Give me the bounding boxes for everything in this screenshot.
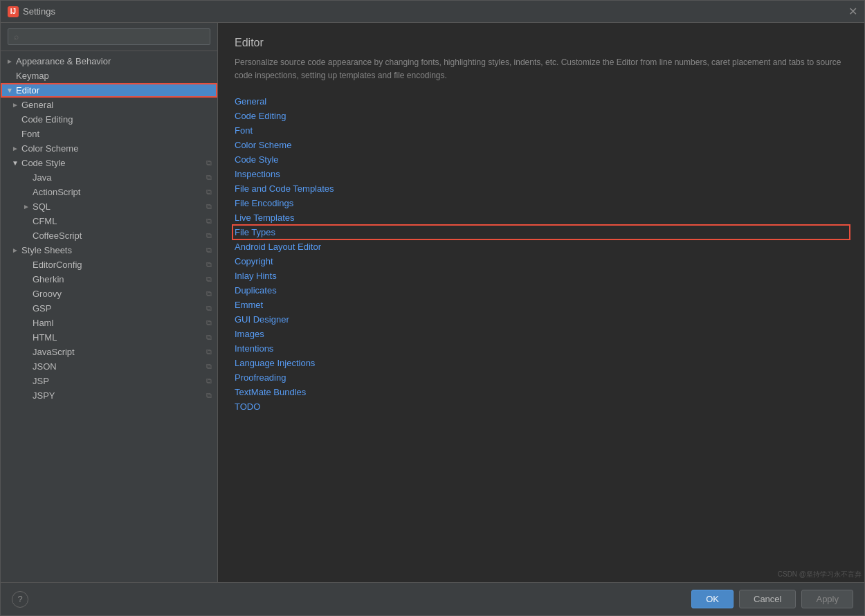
- copy-icon: ⧉: [206, 188, 212, 197]
- expand-arrow: [23, 305, 33, 312]
- sidebar-item-label: General: [21, 100, 212, 110]
- expand-arrow: ►: [12, 145, 21, 152]
- expand-arrow: ►: [23, 203, 33, 210]
- ok-button[interactable]: OK: [691, 590, 734, 608]
- settings-dialog: IJ Settings ✕ ► Appearance & Behavior Ke…: [0, 0, 865, 616]
- cancel-button[interactable]: Cancel: [739, 590, 796, 608]
- link-file-encodings[interactable]: File Encodings: [235, 198, 848, 208]
- sidebar-item-cfml[interactable]: CFML ⧉: [1, 214, 217, 228]
- expand-arrow: [23, 217, 33, 225]
- sidebar-item-label: GSP: [33, 303, 203, 314]
- sidebar-item-label: ActionScript: [33, 187, 203, 197]
- link-intentions[interactable]: Intentions: [235, 343, 848, 354]
- sidebar-item-color-scheme[interactable]: ► Color Scheme: [1, 141, 217, 156]
- settings-tree: ► Appearance & Behavior Keymap ▼ Editor …: [1, 51, 217, 582]
- sidebar-item-label: EditorConfig: [33, 260, 203, 270]
- sidebar-item-haml[interactable]: Haml ⧉: [1, 316, 217, 330]
- link-copyright[interactable]: Copyright: [235, 256, 848, 266]
- sidebar-item-jsp[interactable]: JSP ⧉: [1, 374, 217, 388]
- link-color-scheme[interactable]: Color Scheme: [235, 140, 848, 150]
- apply-button[interactable]: Apply: [801, 590, 853, 608]
- sidebar-item-gherkin[interactable]: Gherkin ⧉: [1, 272, 217, 287]
- sidebar-item-appearance[interactable]: ► Appearance & Behavior: [1, 54, 217, 69]
- copy-icon: ⧉: [206, 275, 212, 284]
- link-language-injections[interactable]: Language Injections: [235, 358, 848, 368]
- sidebar-item-coffeescript[interactable]: CoffeeScript ⧉: [1, 228, 217, 243]
- link-textmate-bundles[interactable]: TextMate Bundles: [235, 387, 848, 397]
- sidebar-item-font[interactable]: Font: [1, 127, 217, 141]
- sidebar-item-jspy[interactable]: JSPY ⧉: [1, 388, 217, 403]
- sidebar-item-label: HTML: [33, 332, 203, 343]
- link-gui-designer[interactable]: GUI Designer: [235, 314, 848, 325]
- link-file-types[interactable]: File Types: [235, 227, 848, 237]
- sidebar-item-label: SQL: [33, 201, 203, 212]
- section-description: Personalize source code appearance by ch…: [235, 56, 848, 82]
- link-font[interactable]: Font: [235, 125, 848, 136]
- link-file-and-code-templates[interactable]: File and Code Templates: [235, 183, 848, 194]
- copy-icon: ⧉: [206, 246, 212, 255]
- sidebar-item-gsp[interactable]: GSP ⧉: [1, 301, 217, 316]
- sidebar-item-sql[interactable]: ► SQL ⧉: [1, 199, 217, 214]
- link-inlay-hints[interactable]: Inlay Hints: [235, 271, 848, 281]
- help-button[interactable]: ?: [12, 591, 28, 608]
- sidebar-item-label: Appearance & Behavior: [16, 56, 212, 66]
- expand-arrow: [23, 232, 33, 239]
- expand-arrow: [6, 72, 16, 80]
- link-general[interactable]: General: [235, 96, 848, 107]
- sidebar-item-html[interactable]: HTML ⧉: [1, 330, 217, 345]
- sidebar-item-javascript[interactable]: JavaScript ⧉: [1, 345, 217, 359]
- link-code-editing[interactable]: Code Editing: [235, 111, 848, 121]
- copy-icon: ⧉: [206, 333, 212, 342]
- sidebar-item-style-sheets[interactable]: ► Style Sheets ⧉: [1, 243, 217, 257]
- close-button[interactable]: ✕: [848, 6, 857, 17]
- link-duplicates[interactable]: Duplicates: [235, 285, 848, 296]
- sidebar-item-label: Java: [33, 172, 203, 183]
- bottom-bar: ? OK Cancel Apply: [1, 582, 864, 615]
- link-todo[interactable]: TODO: [235, 401, 848, 412]
- link-emmet[interactable]: Emmet: [235, 300, 848, 310]
- sidebar-item-json[interactable]: JSON ⧉: [1, 359, 217, 374]
- copy-icon: ⧉: [206, 377, 212, 386]
- sidebar-item-java[interactable]: Java ⧉: [1, 170, 217, 185]
- sidebar-item-actionscript[interactable]: ActionScript ⧉: [1, 185, 217, 199]
- link-live-templates[interactable]: Live Templates: [235, 212, 848, 223]
- search-input[interactable]: [8, 28, 210, 45]
- title-bar-left: IJ Settings: [8, 6, 55, 17]
- expand-arrow: [12, 116, 21, 123]
- main-content: ► Appearance & Behavior Keymap ▼ Editor …: [1, 23, 864, 582]
- sidebar-item-keymap[interactable]: Keymap: [1, 69, 217, 83]
- link-inspections[interactable]: Inspections: [235, 169, 848, 179]
- link-images[interactable]: Images: [235, 329, 848, 339]
- sidebar-item-general[interactable]: ► General: [1, 98, 217, 112]
- sidebar-item-label: JSP: [33, 376, 203, 386]
- expand-arrow: ►: [6, 57, 16, 65]
- right-content: Editor Personalize source code appearanc…: [218, 23, 864, 582]
- sidebar-item-label: Color Scheme: [21, 143, 212, 154]
- link-list: General Code Editing Font Color Scheme C…: [235, 96, 848, 412]
- sidebar-item-editorconfig[interactable]: EditorConfig ⧉: [1, 257, 217, 272]
- sidebar-item-code-editing[interactable]: Code Editing: [1, 112, 217, 127]
- sidebar-item-code-style[interactable]: ▼ Code Style ⧉: [1, 156, 217, 170]
- expand-arrow: [23, 174, 33, 181]
- expand-arrow: [23, 377, 33, 385]
- expand-arrow: [23, 275, 33, 283]
- link-code-style[interactable]: Code Style: [235, 154, 848, 165]
- sidebar-item-groovy[interactable]: Groovy ⧉: [1, 287, 217, 301]
- sidebar-item-label: Editor: [16, 85, 212, 96]
- link-proofreading[interactable]: Proofreading: [235, 372, 848, 383]
- expand-arrow: [23, 261, 33, 269]
- sidebar-item-label: Code Style: [21, 158, 203, 168]
- right-panel: Editor Personalize source code appearanc…: [218, 23, 864, 582]
- watermark: CSDN @坚持学习永不言弃: [778, 570, 862, 579]
- expand-arrow: [23, 188, 33, 196]
- copy-icon: ⧉: [206, 304, 212, 313]
- copy-icon: ⧉: [206, 289, 212, 298]
- bottom-left: ?: [12, 591, 28, 608]
- link-android-layout-editor[interactable]: Android Layout Editor: [235, 242, 848, 252]
- copy-icon: ⧉: [206, 217, 212, 226]
- app-icon: IJ: [8, 6, 19, 17]
- sidebar-item-editor[interactable]: ▼ Editor: [1, 83, 217, 98]
- sidebar-item-label: JavaScript: [33, 347, 203, 357]
- expand-arrow: ►: [12, 246, 21, 254]
- copy-icon: ⧉: [206, 362, 212, 371]
